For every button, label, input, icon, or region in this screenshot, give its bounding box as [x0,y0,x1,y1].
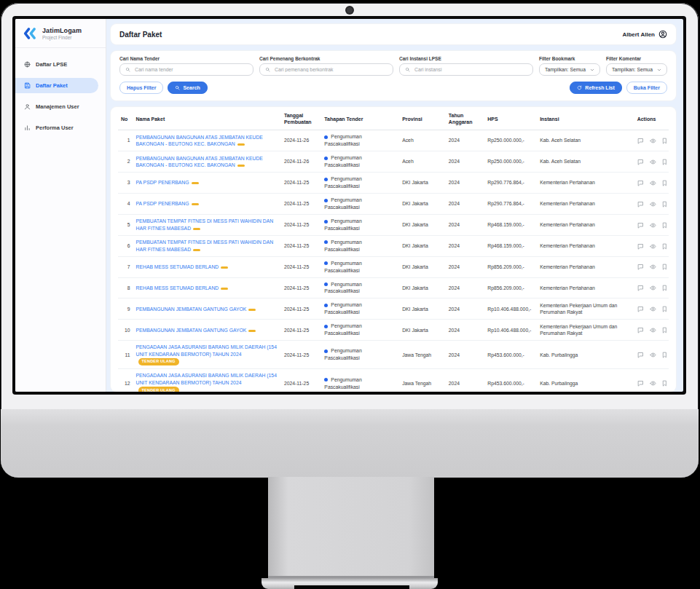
bookmark-icon[interactable] [661,201,668,207]
row-year: 2024 [446,235,484,256]
table-row: 1 PEMBANGUNAN BANGUNAN ATAS JEMBATAN KEU… [118,130,669,151]
row-province: DKI Jakarta [399,277,446,299]
eye-icon[interactable] [650,306,656,312]
bookmark-icon[interactable] [661,306,668,312]
row-stage: Pengumuman Pascakualifikasi [324,324,361,336]
row-hps: Rp856.209.000,- [484,256,537,277]
chevron-down-icon [657,68,661,72]
row-province: DKI Jakarta [399,235,446,256]
eye-icon[interactable] [650,352,656,358]
bookmark-icon[interactable] [661,159,668,165]
column-header-tahun-anggaran: Tahun Anggaran [446,107,484,130]
row-stage: Pengumuman Pascakualifikasi [324,377,361,390]
comment-icon[interactable] [637,201,644,207]
bookmark-icon[interactable] [661,138,668,144]
tender-ulang-badge: TENDER ULANG [138,387,179,392]
stage-dot-icon [324,325,328,328]
bookmark-icon[interactable] [661,243,668,250]
filter-input-cari-instansi-lpse[interactable] [413,66,527,73]
column-header-tahapan-tender: Tahapan Tender [321,107,399,130]
search-button[interactable]: Search [168,82,207,94]
package-link[interactable]: PENGADAAN JASA ASURANSI BARANG MILIK DAE… [136,344,277,357]
comment-icon[interactable] [637,306,644,312]
refresh-list-button[interactable]: Refresh List [570,82,621,94]
package-link[interactable]: PEMBANGUNAN JEMBATAN GANTUNG GAYOK [136,328,247,333]
comment-icon[interactable] [637,138,644,144]
row-year: 2024 [446,214,484,235]
sidebar-item-daftar-lpse[interactable]: Daftar LPSE [15,57,98,72]
bookmark-icon[interactable] [661,180,668,186]
packages-table: NoNama PaketTanggal PembuatanTahapan Ten… [118,107,669,392]
eye-icon[interactable] [650,180,656,186]
row-year: 2024 [446,256,484,277]
package-link[interactable]: PEMBUATAN TEMPAT FITNES DI MESS PATI WAH… [136,218,274,231]
sidebar-item-manajemen-user[interactable]: Manajemen User [15,99,98,114]
row-agency: Kab. Purbalingga [537,341,634,369]
table-row: 6 PEMBUATAN TEMPAT FITNES DI MESS PATI W… [118,235,669,256]
eye-icon[interactable] [650,327,656,333]
chevron-down-icon [590,68,594,72]
row-year: 2024 [446,299,484,320]
filter-input-cari-pemenang-berkontrak[interactable] [273,66,388,73]
package-link[interactable]: PA PSDP PENERBANG [136,201,189,206]
filter-input-wrap [119,63,253,76]
bookmark-icon[interactable] [661,285,668,291]
comment-icon[interactable] [637,243,644,250]
comment-icon[interactable] [637,285,644,291]
brand: JatimLogam Project Finder [15,19,106,48]
bookmark-icon[interactable] [661,327,668,333]
row-province: DKI Jakarta [399,299,446,320]
eye-icon[interactable] [650,285,656,291]
package-link[interactable]: REHAB MESS SETUMAD BERLAND [136,264,219,269]
comment-icon[interactable] [637,222,644,229]
row-number: 7 [118,256,133,277]
comment-icon[interactable] [637,159,644,165]
user-menu[interactable]: Albert Allen [622,30,667,39]
tender-ulang-badge [192,203,199,205]
row-hps: Rp10.406.488.000,- [484,320,537,341]
filter-select-filter-bookmark[interactable]: Tampilkan: Semua [539,63,600,76]
package-link[interactable]: PEMBUATAN TEMPAT FITNES DI MESS PATI WAH… [136,240,274,252]
bookmark-icon[interactable] [661,380,668,387]
comment-icon[interactable] [637,264,644,270]
eye-icon[interactable] [650,243,656,250]
search-icon [125,67,130,72]
row-year: 2024 [446,277,484,299]
package-link[interactable]: PEMBANGUNAN JEMBATAN GANTUNG GAYOK [136,307,247,312]
column-header-tanggal-pembuatan: Tanggal Pembuatan [281,107,321,130]
tender-ulang-badge [193,228,200,230]
package-link[interactable]: REHAB MESS SETUMAD BERLAND [136,285,219,290]
row-date: 2024-11-25 [281,277,321,299]
package-link[interactable]: PENGADAAN JASA ASURANSI BARANG MILIK DAE… [136,373,277,385]
eye-icon[interactable] [650,380,656,387]
row-agency: Kementerian Pertahanan [537,235,634,256]
eye-icon[interactable] [650,201,656,207]
eye-icon[interactable] [650,222,656,229]
bookmark-icon[interactable] [661,222,668,229]
buka-filter-button[interactable]: Buka Filter [626,82,667,94]
row-hps: Rp453.600.000,- [484,341,537,369]
row-agency: Kementerian Pertahanan [537,256,634,277]
comment-icon[interactable] [637,380,644,387]
package-link[interactable]: PA PSDP PENERBANG [136,180,189,185]
comment-icon[interactable] [637,352,644,358]
tender-ulang-badge [221,266,228,269]
sidebar-item-performa-user[interactable]: Performa User [15,120,98,135]
brand-name: JatimLogam [42,27,82,34]
stage-dot-icon [324,199,328,202]
row-province: DKI Jakarta [399,320,446,341]
eye-icon[interactable] [650,159,656,165]
hapus-filter-button[interactable]: Hapus Filter [119,82,163,94]
comment-icon[interactable] [637,180,644,186]
row-stage: Pengumuman Pascakualifikasi [324,135,361,147]
sidebar-item-daftar-paket[interactable]: Daftar Paket [15,78,98,93]
eye-icon[interactable] [650,138,656,144]
table-row: 9 PEMBANGUNAN JEMBATAN GANTUNG GAYOK 202… [118,299,669,320]
comment-icon[interactable] [637,327,644,333]
eye-icon[interactable] [650,264,656,270]
bookmark-icon[interactable] [661,352,668,358]
bookmark-icon[interactable] [661,264,668,270]
filter-input-cari-nama-tender[interactable] [133,66,248,73]
filter-select-filter-komentar[interactable]: Tampilkan: Semua [606,63,667,76]
filter-input-wrap [399,63,533,76]
